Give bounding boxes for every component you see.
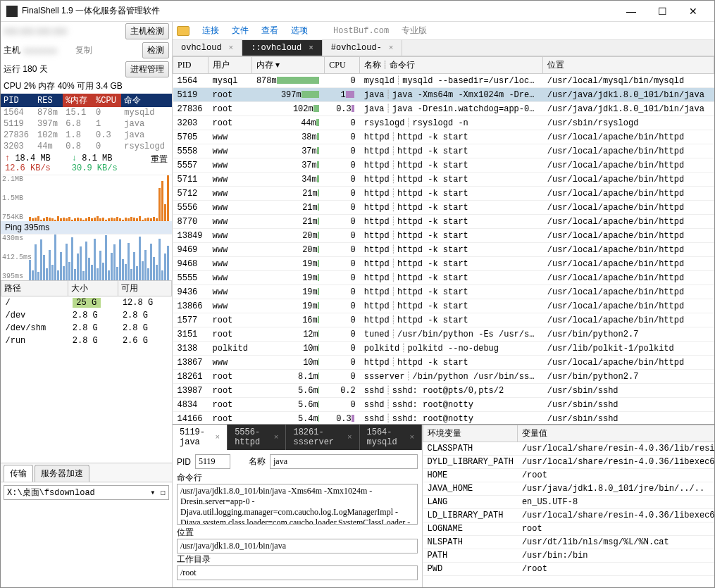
disk-hdr[interactable]: 路径	[1, 281, 68, 296]
path-bar[interactable]: X:\桌面\fsdownload ▾ ☐	[4, 485, 169, 500]
procmgr-button[interactable]: 进程管理	[125, 61, 169, 77]
detail-tab[interactable]: 18261-ssserver×	[286, 425, 359, 450]
mini-row[interactable]: 5119397m6.81java	[1, 118, 172, 130]
table-row[interactable]: 5711www34m0httpd┊httpd -k start/usr/loca…	[173, 173, 714, 187]
toolbar-item[interactable]: 文件	[232, 25, 249, 35]
minimize-button[interactable]: —	[616, 1, 647, 21]
disk-row[interactable]: /run2.8 G2.6 G	[1, 334, 172, 347]
mini-row[interactable]: 320344m0.80rsyslogd	[1, 141, 172, 152]
wd-field[interactable]	[177, 565, 418, 580]
env-row[interactable]: PWD/root	[423, 563, 715, 576]
toolbar-item[interactable]: 连接	[202, 25, 219, 35]
mini-row[interactable]: 27836102m1.80.3java	[1, 130, 172, 141]
host-tab[interactable]: #ovhcloud-×	[323, 40, 403, 56]
table-row[interactable]: 27836root102m0.3java┊java -Dresin.watchd…	[173, 102, 714, 116]
table-row[interactable]: 3203root44m0rsyslogd┊rsyslogd -n/usr/sbi…	[173, 116, 714, 130]
toolbar-item[interactable]: 选项	[291, 25, 308, 35]
bottom-tab[interactable]: 传输	[4, 465, 33, 482]
table-row[interactable]: 3151root12m0tuned┊/usr/bin/python -Es /u…	[173, 327, 714, 342]
env-row[interactable]: HOME/root	[423, 469, 715, 482]
reset-link[interactable]: 重置	[151, 155, 168, 165]
table-row[interactable]: 5712www21m0httpd┊httpd -k start/usr/loca…	[173, 187, 714, 201]
table-row[interactable]: 4834root5.6m0sshd┊sshd: root@notty/usr/s…	[173, 398, 714, 412]
mini-row[interactable]: 1564878m15.10mysqld	[1, 107, 172, 118]
env-row[interactable]: DYLD_LIBRARY_PATH/usr/local/share/resin-…	[423, 456, 715, 469]
close-icon[interactable]: ×	[274, 433, 279, 442]
table-row[interactable]: 5557www37m0httpd┊httpd -k start/usr/loca…	[173, 158, 714, 173]
table-row[interactable]: 9436www19m0httpd┊httpd -k start/usr/loca…	[173, 285, 714, 299]
mini-hdr[interactable]: PID	[1, 94, 35, 107]
env-row[interactable]: NLSPATH/usr/dt/lib/nls/msg/%L/%N.cat	[423, 536, 715, 549]
detail-tab[interactable]: 5119-java×	[173, 425, 228, 450]
close-icon[interactable]: ×	[409, 433, 414, 442]
path-dropdown-icon[interactable]: ▾ ☐	[150, 487, 166, 498]
table-row[interactable]: 14166root5.4m0.3sshd┊sshd: root@notty/us…	[173, 412, 714, 425]
proc-header[interactable]: 内存 ▾	[252, 57, 325, 74]
table-row[interactable]: 5555www19m0httpd┊httpd -k start/usr/loca…	[173, 271, 714, 285]
disk-hdr[interactable]: 可用	[118, 281, 172, 296]
table-row[interactable]: 5558www37m0httpd┊httpd -k start/usr/loca…	[173, 144, 714, 158]
loc-field[interactable]	[177, 539, 418, 553]
table-row[interactable]: 5556www21m0httpd┊httpd -k start/usr/loca…	[173, 201, 714, 215]
detect-button[interactable]: 检测	[142, 42, 169, 58]
env-row[interactable]: LANGen_US.UTF-8	[423, 496, 715, 509]
host-detect-button[interactable]: 主机检测	[125, 23, 169, 39]
env-row[interactable]: JAVA_HOME/usr/java/jdk1.8.0_101/jre/bin/…	[423, 482, 715, 496]
mini-hdr[interactable]: %内存	[63, 94, 93, 107]
table-row[interactable]: 9469www20m0httpd┊httpd -k start/usr/loca…	[173, 243, 714, 257]
detail-tab[interactable]: 5556-httpd×	[228, 425, 286, 450]
bottom-tab[interactable]: 服务器加速	[35, 465, 89, 482]
toolbar-item[interactable]: 查看	[261, 25, 278, 35]
close-icon[interactable]: ×	[229, 44, 234, 52]
proc-header[interactable]: PID	[173, 57, 209, 74]
table-row[interactable]: 13867www10m0httpd┊httpd -k start/usr/loc…	[173, 356, 714, 370]
env-header[interactable]: 环境变量	[423, 425, 518, 442]
table-row[interactable]: 3138polkitd10m0polkitd┊polkitd --no-debu…	[173, 342, 714, 356]
disk-row[interactable]: /25 G12.8 G	[1, 296, 172, 310]
table-row[interactable]: 8770www21m0httpd┊httpd -k start/usr/loca…	[173, 215, 714, 229]
network-chart: 2.1MB1.5MB754KB	[1, 175, 172, 221]
table-row[interactable]: 1564mysql878m0mysqld┊mysqld --basedir=/u…	[173, 74, 714, 88]
table-row[interactable]: 9468www19m0httpd┊httpd -k start/usr/loca…	[173, 257, 714, 271]
pid-field[interactable]	[195, 454, 230, 469]
env-header[interactable]: 变量值	[518, 425, 714, 442]
mini-hdr[interactable]: 命令	[121, 94, 172, 107]
hostbuf-link[interactable]: HostBuf.com	[333, 26, 389, 36]
disk-row[interactable]: /dev2.8 G2.8 G	[1, 309, 172, 322]
name-field[interactable]	[270, 454, 418, 469]
table-row[interactable]: 13866www19m0httpd┊httpd -k start/usr/loc…	[173, 299, 714, 313]
mini-hdr[interactable]: RES	[35, 94, 63, 107]
ping-header: Ping 395ms	[1, 221, 172, 234]
env-row[interactable]: LD_LIBRARY_PATH/usr/local/share/resin-4.…	[423, 509, 715, 523]
env-row[interactable]: LOGNAMEroot	[423, 523, 715, 536]
disk-hdr[interactable]: 大小	[68, 281, 118, 296]
close-icon[interactable]: ×	[347, 433, 352, 442]
table-row[interactable]: 5119root397m1java┊java -Xms64m -Xmx1024m…	[173, 88, 714, 102]
close-button[interactable]: ✕	[678, 1, 709, 21]
bottom-tabs: 传输服务器加速	[1, 463, 172, 482]
process-table-wrap[interactable]: PID用户内存 ▾CPU名称┊命令行位置 1564mysql878m0mysql…	[173, 56, 714, 424]
host-tab[interactable]: ovhcloud×	[173, 40, 242, 56]
copy-link[interactable]: 复制	[75, 44, 92, 56]
host-tab[interactable]: ::ovhcloud×	[242, 40, 323, 56]
table-row[interactable]: 13849www20m0httpd┊httpd -k start/usr/loc…	[173, 229, 714, 243]
table-row[interactable]: 13987root5.6m0.2sshd┊sshd: root@pts/0,pt…	[173, 384, 714, 398]
mini-hdr[interactable]: %CPU	[93, 94, 121, 107]
folder-icon[interactable]	[177, 26, 189, 36]
disk-row[interactable]: /dev/shm2.8 G2.8 G	[1, 322, 172, 334]
cmd-field[interactable]	[177, 484, 418, 525]
proc-header[interactable]: CPU	[325, 57, 360, 74]
table-row[interactable]: 18261root8.1m0ssserver┊/bin/python /usr/…	[173, 370, 714, 384]
detail-tab[interactable]: 1564-mysqld×	[360, 425, 423, 450]
env-row[interactable]: CLASSPATH/usr/local/share/resin-4.0.36/l…	[423, 442, 715, 456]
close-icon[interactable]: ×	[389, 44, 394, 52]
table-row[interactable]: 5705www38m0httpd┊httpd -k start/usr/loca…	[173, 130, 714, 144]
maximize-button[interactable]: ☐	[647, 1, 678, 21]
env-row[interactable]: PATH/usr/bin:/bin	[423, 549, 715, 563]
close-icon[interactable]: ×	[216, 433, 220, 442]
close-icon[interactable]: ×	[309, 44, 313, 52]
proc-header[interactable]: 用户	[209, 57, 252, 74]
proc-header[interactable]: 位置	[543, 57, 714, 74]
table-row[interactable]: 1577root16m0httpd┊httpd -k start/usr/loc…	[173, 313, 714, 327]
proc-header[interactable]: 名称┊命令行	[360, 57, 543, 74]
